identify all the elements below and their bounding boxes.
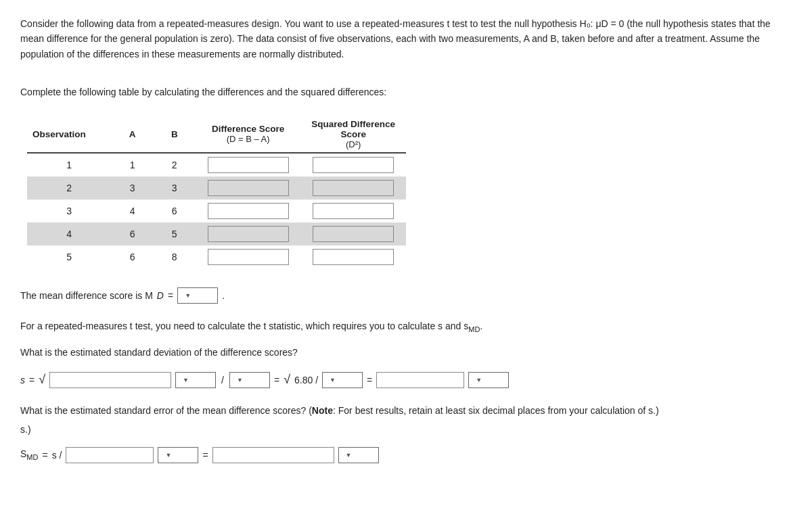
mean-diff-section: The mean difference score is M D = . [20,287,792,304]
mean-diff-subscript: D [157,290,164,301]
smd-equals2: = [202,450,208,461]
s-numerator-input[interactable] [49,372,171,388]
smd-dropdown1[interactable] [158,447,198,463]
smd-result-input[interactable] [212,447,334,463]
diff-input[interactable] [208,203,289,219]
b-cell: 5 [154,222,196,245]
smd-equals: = [42,450,47,461]
s-result-input[interactable] [376,372,464,388]
col-header-diff: Difference Score (D = B – A) [196,116,301,153]
mean-diff-dot: . [222,290,225,301]
intro-paragraph1: Consider the following data from a repea… [20,16,792,62]
table-row: 1 1 2 [27,153,406,177]
s-slash: / [221,375,224,385]
col-header-sqdiff: Squared Difference Score (D²) [300,116,406,153]
obs-cell: 5 [27,245,111,268]
sqdiff-cell[interactable] [300,222,406,245]
sqdiff-cell[interactable] [300,177,406,200]
smd-denominator-input[interactable] [66,447,154,463]
s-equals2: = [274,375,279,385]
diff-cell[interactable] [196,245,301,268]
s-value: 6.80 / [294,375,318,385]
complete-instruction: Complete the following table by calculat… [20,85,792,99]
diff-input[interactable] [208,226,289,242]
diff-input[interactable] [208,180,289,196]
s-formula-row: s = √ / = √ 6.80 / = [20,372,792,388]
sqrt-symbol2: √ [284,373,290,387]
table-row: 5 6 8 [27,245,406,268]
col-header-observation: Observation [27,116,111,153]
smd-s-label: s / [52,450,62,461]
s-dropdown2[interactable] [229,372,270,388]
sqdiff-input[interactable] [313,249,394,265]
data-table-wrapper: Observation A B Difference Score (D = B … [20,116,792,268]
repeated-measures-text2: What is the estimated standard deviation… [20,345,792,361]
observation-table: Observation A B Difference Score (D = B … [27,116,406,268]
table-row: 4 6 5 [27,222,406,245]
diff-cell[interactable] [196,177,301,200]
b-cell: 6 [154,200,196,222]
obs-cell: 2 [27,177,111,200]
sqdiff-cell[interactable] [300,200,406,222]
obs-cell: 4 [27,222,111,245]
mean-diff-dropdown[interactable] [177,287,218,304]
s-dropdown3[interactable] [322,372,363,388]
sqrt-symbol: √ [39,373,45,387]
mean-diff-equals: = [168,290,173,301]
table-row: 2 3 3 [27,177,406,200]
col-header-a: A [111,116,153,153]
col-header-b: B [154,116,196,153]
smd-note-text2: s.) [20,422,792,437]
smd-dropdown2[interactable] [338,447,379,463]
diff-cell[interactable] [196,200,301,222]
s-symbol: s [20,375,25,385]
sqdiff-cell[interactable] [300,245,406,268]
obs-cell: 1 [27,153,111,177]
sqdiff-input[interactable] [313,203,394,219]
diff-cell[interactable] [196,153,301,177]
s-equals3: = [367,375,372,385]
sqdiff-input[interactable] [313,226,394,242]
sqdiff-input[interactable] [313,180,394,196]
s-dropdown4[interactable] [468,372,509,388]
a-cell: 6 [111,222,153,245]
b-cell: 2 [154,153,196,177]
s-dropdown1[interactable] [175,372,216,388]
a-cell: 6 [111,245,153,268]
b-cell: 3 [154,177,196,200]
smd-label: SMD [20,448,38,461]
s-equals: = [29,375,35,385]
sqdiff-cell[interactable] [300,153,406,177]
smd-formula-row: SMD = s / = [20,447,792,463]
diff-input[interactable] [208,249,289,265]
sqdiff-input[interactable] [313,157,394,173]
smd-note-text: What is the estimated standard error of … [20,403,792,418]
repeated-measures-text1: For a repeated-measures t test, you need… [20,319,792,335]
obs-cell: 3 [27,200,111,222]
mean-diff-text: The mean difference score is M [20,290,153,301]
table-row: 3 4 6 [27,200,406,222]
b-cell: 8 [154,245,196,268]
diff-input[interactable] [208,157,289,173]
a-cell: 4 [111,200,153,222]
diff-cell[interactable] [196,222,301,245]
a-cell: 3 [111,177,153,200]
a-cell: 1 [111,153,153,177]
